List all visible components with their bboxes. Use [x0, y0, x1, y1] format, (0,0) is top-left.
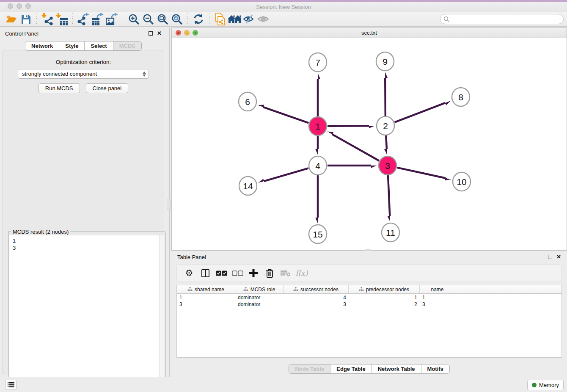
table-row-2[interactable]: 3dominator323	[177, 301, 561, 308]
graph-edge-3-1[interactable]	[332, 134, 379, 161]
graph-node-14[interactable]: 14	[239, 177, 257, 195]
function-builder-button[interactable]: f(x)	[294, 266, 310, 280]
deselect-all-columns-button[interactable]	[229, 266, 245, 280]
graph-edge-2-9[interactable]	[385, 78, 385, 116]
table-tab-edge-table[interactable]: Edge Table	[330, 364, 372, 373]
graph-node-11[interactable]: 11	[382, 223, 399, 242]
export-image-button[interactable]	[105, 13, 119, 25]
cell-predecessor-nodes[interactable]: 1	[349, 294, 420, 301]
graph-node-9[interactable]: 9	[376, 52, 394, 71]
network-zoom-button[interactable]: +	[193, 30, 198, 36]
dropdown-stepper-icon	[143, 72, 146, 77]
cell-shared-name[interactable]: 1	[177, 294, 235, 301]
graph-node-4[interactable]: 4	[309, 156, 327, 175]
control-tab-mcds[interactable]: MCDS	[113, 41, 141, 50]
graph-edge-3-10[interactable]	[397, 168, 445, 178]
cell-successor-nodes[interactable]: 4	[284, 294, 349, 301]
node-label: 4	[315, 161, 320, 171]
graph-node-2[interactable]: 2	[377, 116, 394, 135]
open-session-button[interactable]	[4, 13, 19, 25]
cell-mcds-role[interactable]: dominator	[235, 301, 284, 308]
run-mcds-button[interactable]: Run MCDS	[39, 83, 80, 93]
table-panel-float-icon[interactable]	[548, 255, 552, 259]
save-session-button[interactable]	[19, 13, 33, 25]
zoom-out-button[interactable]	[141, 13, 155, 25]
control-tab-style[interactable]: Style	[59, 41, 85, 50]
column-header-name[interactable]: name	[420, 285, 455, 293]
status-bar: Memory	[0, 377, 567, 392]
zoom-fit-icon	[157, 14, 168, 25]
cell-shared-name[interactable]: 3	[177, 301, 235, 308]
column-header-successor-nodes[interactable]: successor nodes	[284, 285, 349, 293]
graph-node-10[interactable]: 10	[453, 172, 471, 191]
add-row-button[interactable]	[245, 266, 261, 280]
table-panel-close-icon[interactable]: ✕	[556, 255, 561, 259]
cell-name[interactable]: 1	[420, 294, 455, 301]
table-tab-node-table[interactable]: Node Table	[289, 364, 330, 373]
table-row-1[interactable]: 1dominator411	[177, 294, 561, 301]
cell-successor-nodes[interactable]: 3	[284, 301, 349, 308]
window-close-button[interactable]	[8, 3, 13, 9]
import-table-icon	[55, 13, 68, 25]
graph-edge-3-11[interactable]	[388, 175, 390, 216]
network-window-titlebar[interactable]: ✕ − + scc.txt	[172, 28, 567, 38]
birds-eye-view-button[interactable]	[256, 13, 270, 25]
import-table-button[interactable]	[55, 13, 69, 25]
column-header-shared-name[interactable]: shared name	[177, 285, 235, 293]
table-tab-motifs[interactable]: Motifs	[421, 364, 449, 373]
select-all-columns-button[interactable]	[213, 266, 229, 280]
control-tab-select[interactable]: Select	[85, 41, 113, 50]
control-panel-close-icon[interactable]: ✕	[157, 31, 162, 36]
search-input[interactable]	[452, 16, 563, 22]
window-minimize-button[interactable]	[17, 3, 22, 9]
graph-node-15[interactable]: 15	[309, 225, 327, 243]
control-panel-float-icon[interactable]	[149, 31, 153, 36]
close-panel-button[interactable]: Close panel	[86, 83, 129, 93]
graph-edge-1-6[interactable]	[263, 107, 308, 123]
hide-details-button[interactable]	[242, 13, 256, 25]
zoom-selected-button[interactable]	[170, 13, 184, 25]
column-header-mcds-role[interactable]: MCDS role	[235, 285, 284, 293]
graph-edge-2-8[interactable]	[394, 103, 445, 122]
network-close-button[interactable]: ✕	[176, 30, 181, 36]
cell-name[interactable]: 3	[420, 301, 455, 308]
graph-node-3[interactable]: 3	[379, 156, 396, 175]
graph-node-6[interactable]: 6	[239, 92, 256, 111]
network-minimize-button[interactable]: −	[184, 30, 190, 36]
cell-predecessor-nodes[interactable]: 2	[349, 301, 420, 308]
graph-edge-4-14[interactable]	[264, 168, 308, 181]
splitter-grip[interactable]	[167, 199, 171, 210]
window-zoom-button[interactable]	[25, 3, 31, 9]
network-canvas[interactable]: 7968124314101511	[172, 38, 567, 250]
mcds-result-area[interactable]: 1 3	[9, 235, 164, 390]
table-tab-network-table[interactable]: Network Table	[372, 364, 421, 373]
graph-edge-2-3[interactable]	[386, 135, 387, 149]
home-button[interactable]	[227, 13, 242, 25]
graph-node-8[interactable]: 8	[452, 88, 470, 106]
criterion-dropdown[interactable]: strongly connected component	[18, 69, 149, 79]
copy-network-button[interactable]	[213, 13, 227, 25]
result-scrollbar[interactable]	[159, 235, 164, 390]
memory-button[interactable]: Memory	[527, 380, 564, 390]
search-box[interactable]	[440, 14, 564, 24]
vertical-splitter[interactable]	[167, 28, 171, 377]
zoom-fit-button[interactable]	[155, 13, 170, 25]
toolbar-separator	[36, 13, 37, 25]
export-table-button[interactable]	[91, 13, 105, 25]
graph-edge-1-2[interactable]	[328, 126, 369, 126]
refresh-button[interactable]	[191, 13, 206, 25]
graph-node-7[interactable]: 7	[309, 53, 327, 72]
export-network-button[interactable]	[76, 13, 91, 25]
zoom-in-button[interactable]	[127, 13, 141, 25]
delete-row-button[interactable]	[261, 266, 278, 280]
optimization-criterion-label: Optimization criterion:	[3, 59, 164, 65]
task-history-button[interactable]	[5, 380, 17, 390]
column-header-predecessor-nodes[interactable]: predecessor nodes	[349, 285, 420, 293]
control-tab-network[interactable]: Network	[25, 41, 59, 50]
table-settings-button[interactable]: ⚙	[181, 266, 197, 280]
delete-table-button[interactable]	[278, 266, 294, 280]
column-layout-button[interactable]	[197, 266, 213, 280]
cell-mcds-role[interactable]: dominator	[235, 294, 284, 301]
graph-node-1[interactable]: 1	[309, 117, 327, 135]
import-network-button[interactable]	[40, 13, 55, 25]
